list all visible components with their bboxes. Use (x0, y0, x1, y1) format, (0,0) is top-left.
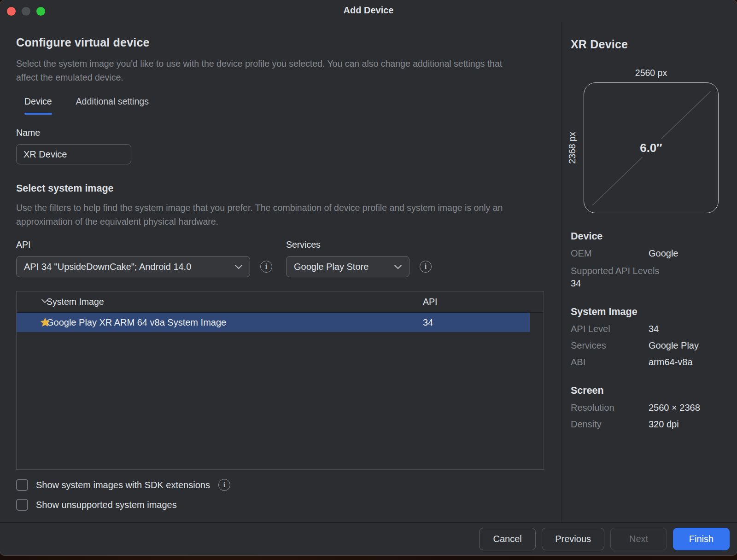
name-input[interactable]: XR Device (16, 144, 131, 164)
checkbox-box[interactable] (16, 479, 28, 491)
checkbox-sdk-extensions-label: Show system images with SDK extensions (36, 480, 210, 490)
screen-diagonal-label: 6.0″ (584, 141, 718, 155)
section-screen-heading: Screen (571, 385, 719, 397)
api-dropdown[interactable]: API 34 "UpsideDownCake"; Android 14.0 (16, 256, 250, 277)
tab-additional-settings-label: Additional settings (76, 96, 149, 106)
detail-row-services: Services Google Play (571, 340, 719, 351)
detail-row-oem: OEM Google (571, 248, 719, 259)
system-image-table: System Image API Google Play XR ARM 64 v… (16, 291, 544, 470)
column-header-system-image[interactable]: System Image (47, 297, 104, 307)
collapse-chevron-icon[interactable] (41, 299, 48, 303)
table-row-selected[interactable]: Google Play XR ARM 64 v8a System Image 3… (17, 313, 530, 332)
finish-button[interactable]: Finish (673, 528, 730, 550)
screen-height-label: 2368 px (567, 120, 578, 175)
table-options: Show system images with SDK extensions S… (16, 479, 544, 511)
services-info-icon[interactable] (420, 261, 432, 273)
column-header-api[interactable]: API (423, 297, 437, 307)
add-device-dialog: Add Device Configure virtual device Sele… (0, 0, 737, 555)
name-input-value: XR Device (23, 149, 67, 160)
filter-row: API API 34 "UpsideDownCake"; Android 14.… (16, 239, 544, 277)
sdk-extensions-info-icon[interactable] (218, 479, 230, 491)
api-dropdown-value: API 34 "UpsideDownCake"; Android 14.0 (24, 262, 191, 272)
page-title: Configure virtual device (16, 36, 544, 49)
detail-row-resolution: Resolution 2560 × 2368 (571, 402, 719, 413)
checkbox-unsupported-images[interactable]: Show unsupported system images (16, 499, 544, 511)
main-panel: Configure virtual device Select the syst… (0, 22, 562, 522)
detail-row-api-level: API Level 34 (571, 324, 719, 334)
tab-bar: Device Additional settings (16, 96, 544, 115)
api-filter: API API 34 "UpsideDownCake"; Android 14.… (16, 239, 272, 277)
api-label: API (16, 239, 272, 250)
detail-value-supported-api: 34 (571, 278, 719, 289)
footer: Cancel Previous Next Finish (0, 522, 737, 555)
select-system-image-title: Select system image (16, 183, 544, 194)
detail-label-supported-api: Supported API Levels (571, 266, 719, 276)
screen-outline: 6.0″ 2368 px (584, 82, 719, 213)
device-summary-panel: XR Device 2560 px 6.0″ 2368 px Device OE… (562, 22, 737, 522)
detail-row-density: Density 320 dpi (571, 419, 719, 430)
section-device-heading: Device (571, 231, 719, 242)
services-dropdown-value: Google Play Store (294, 262, 368, 272)
panel-title: XR Device (571, 38, 719, 51)
previous-button[interactable]: Previous (542, 528, 604, 550)
detail-row-abi: ABI arm64-v8a (571, 357, 719, 368)
system-image-name: Google Play XR ARM 64 v8a System Image (47, 317, 226, 328)
cancel-button[interactable]: Cancel (479, 528, 536, 550)
services-label: Services (286, 239, 432, 250)
tab-device[interactable]: Device (16, 96, 60, 115)
checkbox-sdk-extensions[interactable]: Show system images with SDK extensions (16, 479, 544, 491)
checkbox-box[interactable] (16, 499, 28, 511)
services-filter: Services Google Play Store (286, 239, 432, 277)
titlebar[interactable]: Add Device (0, 0, 737, 22)
active-tab-underline (24, 113, 52, 115)
system-image-api: 34 (423, 317, 433, 328)
table-header: System Image API (17, 292, 544, 313)
select-system-image-description: Use the filters to help find the system … (16, 201, 514, 228)
api-info-icon[interactable] (260, 261, 272, 273)
chevron-down-icon (235, 264, 242, 269)
section-system-image-heading: System Image (571, 306, 719, 318)
screen-width-label: 2560 px (584, 68, 719, 78)
page-description: Select the system image you'd like to us… (16, 57, 514, 84)
tab-device-label: Device (24, 96, 52, 106)
chevron-down-icon (394, 264, 402, 269)
device-preview: 2560 px 6.0″ 2368 px (584, 68, 719, 213)
services-dropdown[interactable]: Google Play Store (286, 256, 409, 277)
star-icon[interactable] (40, 317, 51, 328)
next-button[interactable]: Next (610, 528, 667, 550)
tab-additional-settings[interactable]: Additional settings (68, 96, 157, 115)
name-label: Name (16, 128, 544, 138)
window-title: Add Device (0, 5, 737, 16)
checkbox-unsupported-images-label: Show unsupported system images (36, 500, 177, 510)
